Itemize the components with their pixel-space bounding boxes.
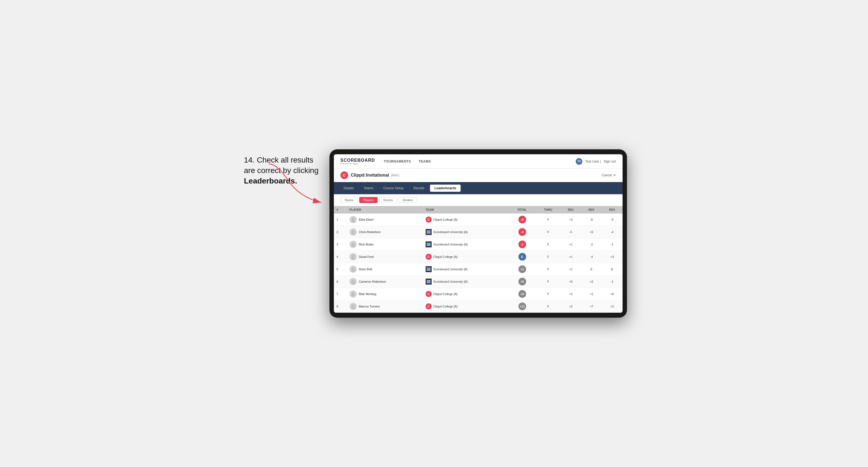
app-header: SCOREBOARD Powered by clippd TOURNAMENTS…: [334, 154, 623, 168]
player-name: Rees Britt: [359, 268, 372, 271]
player-avatar: [349, 228, 357, 236]
team-logo-clippd: C: [426, 254, 432, 260]
svg-point-16: [351, 307, 355, 309]
total-cell: +1: [508, 263, 536, 276]
table-row: 4 David Ford C Clippd College [A] EF+1-4…: [334, 251, 623, 263]
team-logo-scoreboard: [426, 279, 432, 285]
filter-bar: Teams Players Scores Strokes: [334, 194, 623, 206]
thru-cell: F: [536, 238, 561, 251]
tab-course-setup[interactable]: Course Setup: [379, 185, 408, 192]
rd3-cell: -4: [602, 226, 623, 238]
rd1-cell: -5: [561, 226, 581, 238]
total-cell: +11: [508, 300, 536, 313]
svg-point-2: [351, 220, 355, 222]
filter-players[interactable]: Players: [359, 197, 378, 203]
player-name: Marcus Turners: [359, 305, 380, 308]
rd2-cell: E: [581, 263, 602, 276]
rank-cell: 5: [334, 263, 347, 276]
tournament-subtitle: (Men): [391, 173, 399, 177]
player-name: Blair McHarg: [359, 292, 377, 295]
rd2-cell: -2: [581, 238, 602, 251]
team-cell: Scoreboard University [A]: [423, 238, 508, 251]
total-cell: +6: [508, 276, 536, 288]
filter-scores[interactable]: Scores: [379, 197, 397, 203]
sign-out-link[interactable]: Sign out: [603, 159, 616, 163]
svg-point-5: [352, 243, 354, 245]
top-nav: TOURNAMENTS TEAMS: [384, 158, 431, 164]
rank-cell: 8: [334, 300, 347, 313]
tablet-frame: SCOREBOARD Powered by clippd TOURNAMENTS…: [330, 149, 627, 318]
player-avatar: [349, 241, 357, 248]
rd3-cell: E: [602, 263, 623, 276]
total-cell: +9: [508, 288, 536, 300]
player-name: Rich Butler: [359, 243, 374, 246]
team-name: Scoreboard University [A]: [433, 230, 468, 234]
user-avatar: TU: [576, 158, 582, 165]
team-logo-clippd: C: [426, 217, 432, 223]
team-logo-scoreboard: [426, 241, 432, 247]
col-thru: THRU: [536, 206, 561, 214]
team-name: Clippd College [A]: [433, 292, 458, 295]
col-rd3: RD3: [602, 206, 623, 214]
score-badge: +9: [519, 290, 526, 298]
table-row: 2 Chris Robertson Scoreboard University …: [334, 226, 623, 238]
team-name: Scoreboard University [A]: [433, 280, 468, 283]
nav-tournaments[interactable]: TOURNAMENTS: [384, 158, 411, 164]
svg-point-7: [352, 255, 354, 257]
col-player: PLAYER: [347, 206, 423, 214]
player-avatar: [349, 290, 357, 298]
total-cell: -4: [508, 226, 536, 238]
score-badge: -8: [519, 216, 526, 223]
svg-point-1: [352, 218, 354, 220]
svg-point-14: [351, 295, 355, 296]
rank-cell: 4: [334, 251, 347, 263]
rank-cell: 6: [334, 276, 347, 288]
col-rd2: RD2: [581, 206, 602, 214]
svg-point-12: [351, 282, 355, 284]
player-cell: Chris Robertson: [347, 226, 423, 238]
player-cell: Elliot Ebert: [347, 214, 423, 226]
team-name: Clippd College [A]: [433, 255, 458, 258]
thru-cell: F: [536, 300, 561, 313]
rank-cell: 2: [334, 226, 347, 238]
rd1-cell: +2: [561, 288, 581, 300]
team-logo-scoreboard: [426, 229, 432, 235]
team-cell: Scoreboard University [A]: [423, 263, 508, 276]
rd2-cell: +7: [581, 300, 602, 313]
logo-sub: Powered by clippd: [340, 162, 375, 165]
tab-teams[interactable]: Teams: [359, 185, 378, 192]
tournament-header: C Clippd Invitational (Men) Cancel ✕: [334, 168, 623, 182]
score-badge: +1: [519, 265, 526, 273]
rd3-cell: +3: [602, 251, 623, 263]
filter-teams[interactable]: Teams: [340, 197, 358, 203]
table-row: 3 Rich Butler Scoreboard University [A] …: [334, 238, 623, 251]
table-header-row: # PLAYER TEAM TOTAL THRU RD1 RD2 RD3: [334, 206, 623, 214]
player-cell: Rees Britt: [347, 263, 423, 276]
cancel-button[interactable]: Cancel ✕: [601, 173, 616, 177]
rd2-cell: +2: [581, 276, 602, 288]
player-name: Cameron Robertson: [359, 280, 386, 283]
nav-teams[interactable]: TEAMS: [419, 158, 431, 164]
leaderboard-container: # PLAYER TEAM TOTAL THRU RD1 RD2 RD3 1: [334, 206, 623, 313]
rd1-cell: +2: [561, 300, 581, 313]
player-avatar: [349, 216, 357, 223]
rd2-cell: +5: [581, 226, 602, 238]
logo-text: SCOREBOARD: [340, 158, 375, 162]
tab-leaderboards[interactable]: Leaderboards: [430, 185, 461, 192]
rd1-cell: +3: [561, 214, 581, 226]
team-cell: Scoreboard University [A]: [423, 226, 508, 238]
tab-details[interactable]: Details: [339, 185, 359, 192]
tab-results[interactable]: Results: [409, 185, 429, 192]
table-row: 6 Cameron Robertson Scoreboard Universit…: [334, 276, 623, 288]
col-team: TEAM: [423, 206, 508, 214]
filter-strokes[interactable]: Strokes: [399, 197, 417, 203]
col-rank: #: [334, 206, 347, 214]
svg-point-4: [351, 233, 355, 234]
team-cell: C Clippd College [A]: [423, 214, 508, 226]
col-rd1: RD1: [561, 206, 581, 214]
score-badge: +11: [519, 303, 526, 310]
logo-area: SCOREBOARD Powered by clippd: [340, 158, 375, 165]
rd3-cell: +6: [602, 288, 623, 300]
rank-cell: 1: [334, 214, 347, 226]
svg-point-11: [352, 280, 354, 282]
